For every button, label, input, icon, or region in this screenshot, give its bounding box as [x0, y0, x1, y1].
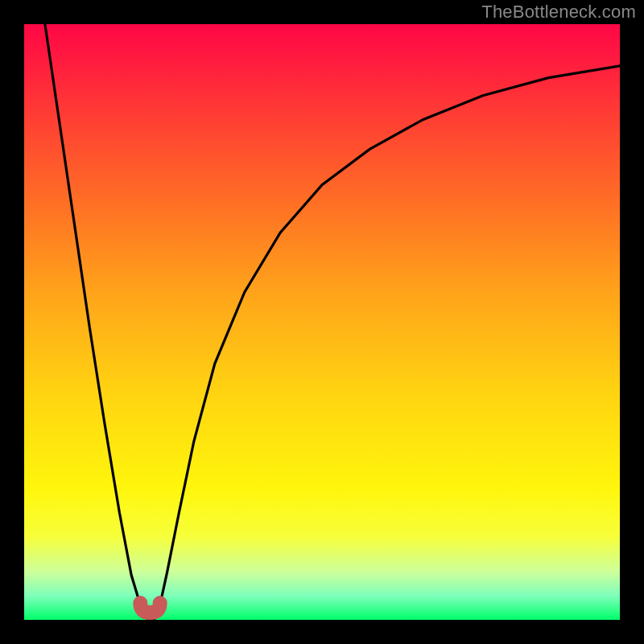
chart-frame: TheBottleneck.com — [0, 0, 644, 644]
watermark-text: TheBottleneck.com — [481, 2, 636, 23]
bottleneck-curve-path — [45, 24, 620, 620]
bottleneck-curve-svg — [24, 24, 620, 620]
trough-marker — [140, 603, 159, 613]
plot-area — [24, 24, 620, 620]
